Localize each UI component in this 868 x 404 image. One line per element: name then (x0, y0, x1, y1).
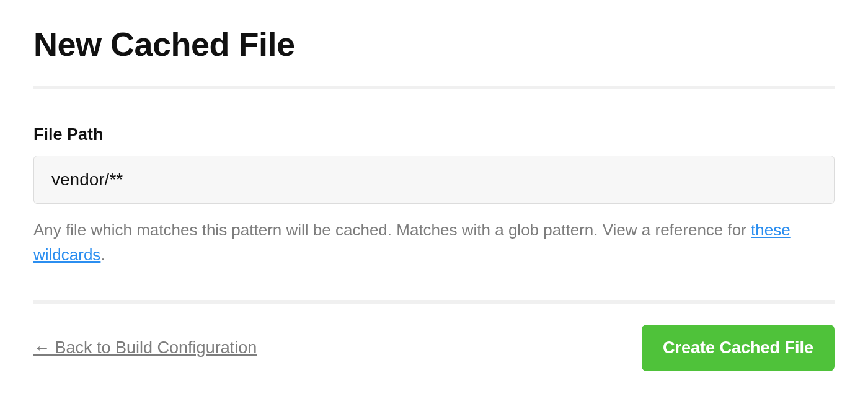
file-path-help-suffix: . (100, 245, 105, 264)
divider-top (33, 86, 835, 89)
file-path-help-prefix: Any file which matches this pattern will… (33, 221, 751, 239)
back-link[interactable]: ← Back to Build Configuration (33, 338, 257, 358)
footer-row: ← Back to Build Configuration Create Cac… (33, 325, 835, 371)
file-path-section: File Path Any file which matches this pa… (33, 125, 835, 268)
page-title: New Cached File (33, 25, 835, 63)
divider-bottom (33, 300, 835, 304)
create-cached-file-button[interactable]: Create Cached File (642, 325, 835, 371)
file-path-label: File Path (33, 125, 835, 144)
file-path-input[interactable] (33, 156, 835, 204)
file-path-help: Any file which matches this pattern will… (33, 217, 835, 268)
